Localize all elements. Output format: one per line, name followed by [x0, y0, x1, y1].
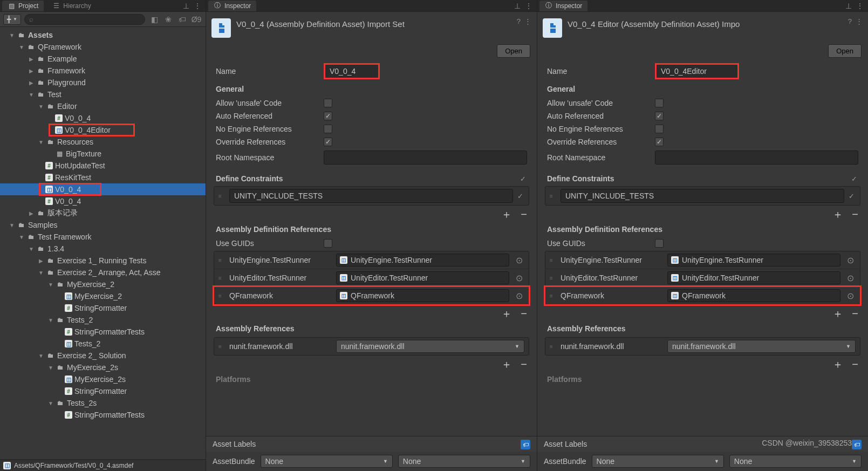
tree-item[interactable]: ▼🖿Test	[0, 88, 206, 100]
add-button[interactable]: ＋	[831, 209, 844, 220]
constraint-field[interactable]	[561, 189, 844, 203]
checkbox[interactable]: ✓	[324, 138, 332, 146]
tree-item[interactable]: ▼🖿Exercise 2_ Arrange, Act, Asse	[0, 267, 206, 278]
tree-item[interactable]: ▼🖿Exercise 2_ Solution	[0, 350, 206, 361]
add-button[interactable]: ＋	[831, 359, 844, 370]
tree-item[interactable]: ▼🖿Samples	[0, 219, 206, 231]
lock-icon[interactable]: ⊥	[183, 2, 189, 10]
tree-item[interactable]: #StringFormatterTests	[0, 409, 206, 421]
remove-button[interactable]: −	[849, 359, 862, 370]
tree-item-selected[interactable]: ◫V0_0_4	[0, 183, 206, 195]
list-item-highlighted[interactable]: ≡QFramework◫QFramework⊙	[213, 285, 530, 306]
tree-item[interactable]: ▼🖿QFramework	[0, 41, 206, 53]
drag-handle-icon[interactable]: ≡	[550, 257, 556, 263]
tree-item[interactable]: ▦BigTexture	[0, 148, 206, 160]
tree-item[interactable]: ◫Tests_2	[0, 338, 206, 350]
object-picker-icon[interactable]: ⊙	[514, 255, 524, 265]
checkbox[interactable]: ✓	[655, 138, 664, 146]
context-menu-icon[interactable]: ⋮	[524, 17, 531, 25]
remove-button[interactable]: −	[517, 209, 530, 220]
checkbox[interactable]	[324, 99, 332, 107]
checkbox[interactable]	[324, 239, 332, 248]
panel-menu-icon[interactable]: ⋮	[856, 2, 864, 10]
drag-handle-icon[interactable]: ≡	[550, 293, 556, 299]
tree-item[interactable]: ▼🖿Editor	[0, 100, 206, 112]
tag-icon[interactable]: 🏷	[521, 440, 530, 449]
tree-item[interactable]: ▼🖿MyExercise_2s	[0, 361, 206, 373]
add-button[interactable]: ＋	[500, 359, 513, 370]
tag-icon[interactable]: 🏷	[852, 440, 862, 449]
name-field[interactable]	[325, 65, 378, 78]
tree-item[interactable]: ▶🖿Example	[0, 53, 206, 65]
object-picker-icon[interactable]: ⊙	[514, 291, 524, 301]
favorite-icon[interactable]: ❀	[162, 14, 174, 25]
drag-handle-icon[interactable]: ≡	[218, 257, 225, 263]
dropdown-field[interactable]: nunit.framework.dll▼	[667, 340, 856, 353]
add-button[interactable]: ＋	[500, 308, 513, 319]
object-picker-icon[interactable]: ⊙	[845, 255, 856, 265]
tree-item[interactable]: ▶🖿Playground	[0, 77, 206, 88]
visibility-icon[interactable]: Ø9	[190, 14, 202, 25]
object-picker-icon[interactable]: ⊙	[845, 291, 856, 301]
add-button[interactable]: ＋	[831, 308, 844, 319]
context-menu-icon[interactable]: ⋮	[856, 17, 863, 25]
list-item[interactable]: ≡✓	[545, 187, 860, 205]
object-field[interactable]: ◫UnityEditor.TestRunner	[667, 271, 840, 284]
assetbundle-variant-dropdown[interactable]: None▼	[398, 455, 530, 468]
object-field[interactable]: ◫UnityEngine.TestRunner	[667, 254, 840, 267]
object-field[interactable]: ◫QFramework	[336, 289, 509, 302]
list-item[interactable]: ≡nunit.framework.dllnunit.framework.dll▼	[545, 338, 860, 355]
lock-icon[interactable]: ⊥	[514, 2, 521, 10]
tree-item[interactable]: ▼🖿Assets	[0, 29, 206, 41]
panel-menu-icon[interactable]: ⋮	[525, 2, 532, 10]
create-dropdown[interactable]: ╋ ▼	[3, 14, 21, 25]
tree-item[interactable]: ▼🖿Tests_2	[0, 314, 206, 326]
name-field[interactable]	[657, 65, 737, 78]
panel-menu-icon[interactable]: ⋮	[194, 2, 201, 10]
checkbox[interactable]: ✓	[324, 112, 332, 120]
object-field[interactable]: ◫QFramework	[667, 289, 840, 302]
tree-item[interactable]: #StringFormatter	[0, 302, 206, 314]
drag-handle-icon[interactable]: ≡	[218, 344, 225, 350]
remove-button[interactable]: −	[849, 209, 862, 220]
assetbundle-dropdown[interactable]: None▼	[261, 455, 393, 468]
tree-item[interactable]: ◫MyExercise_2	[0, 290, 206, 302]
tree-item[interactable]: ▼🖿Resources	[0, 136, 206, 148]
help-icon[interactable]: ?	[517, 17, 521, 25]
drag-handle-icon[interactable]: ≡	[218, 275, 225, 281]
drag-handle-icon[interactable]: ≡	[550, 275, 556, 281]
list-item[interactable]: ≡UnityEngine.TestRunner◫UnityEngine.Test…	[214, 251, 529, 269]
drag-handle-icon[interactable]: ≡	[218, 293, 225, 299]
tree-item[interactable]: ▼🖿1.3.4	[0, 243, 206, 255]
list-item[interactable]: ≡UnityEngine.TestRunner◫UnityEngine.Test…	[545, 251, 860, 269]
tree-item[interactable]: #V0_0_4	[0, 195, 206, 207]
dropdown-field[interactable]: nunit.framework.dll▼	[336, 340, 524, 353]
tree-item[interactable]: ▼🖿MyExercise_2	[0, 278, 206, 290]
open-button[interactable]: Open	[497, 44, 530, 58]
list-item[interactable]: ≡UnityEditor.TestRunner◫UnityEditor.Test…	[214, 269, 529, 287]
tree-item[interactable]: ▼🖿Tests_2s	[0, 397, 206, 409]
object-picker-icon[interactable]: ⊙	[514, 273, 524, 283]
remove-button[interactable]: −	[849, 308, 862, 319]
open-button[interactable]: Open	[828, 44, 862, 58]
assetbundle-variant-dropdown[interactable]: None▼	[729, 455, 862, 468]
tree-item[interactable]: ▼🖿Test Framework	[0, 231, 206, 243]
tree-item[interactable]: #ResKitTest	[0, 172, 206, 183]
list-item[interactable]: ≡nunit.framework.dllnunit.framework.dll▼	[214, 338, 529, 355]
tree-item[interactable]: ◫MyExercise_2s	[0, 373, 206, 385]
drag-handle-icon[interactable]: ≡	[218, 193, 225, 199]
tree-item[interactable]: #StringFormatter	[0, 385, 206, 397]
tree-item[interactable]: #HotUpdateTest	[0, 160, 206, 172]
checkbox[interactable]	[655, 239, 664, 248]
checkbox[interactable]	[655, 125, 664, 133]
tree-item[interactable]: ◫V0_0_4Editor	[0, 124, 206, 136]
tree-item[interactable]: ▶🖿Exercise 1_ Running Tests	[0, 255, 206, 267]
search-input[interactable]: ⌕	[24, 14, 145, 25]
object-picker-icon[interactable]: ⊙	[845, 273, 856, 283]
tab-hierarchy[interactable]: ☰ Hierarchy	[47, 1, 96, 11]
remove-button[interactable]: −	[517, 308, 530, 319]
label-icon[interactable]: 🏷	[176, 14, 188, 25]
add-button[interactable]: ＋	[500, 209, 513, 220]
tree-item[interactable]: #V0_0_4	[0, 112, 206, 124]
root-namespace-field[interactable]	[655, 151, 858, 165]
